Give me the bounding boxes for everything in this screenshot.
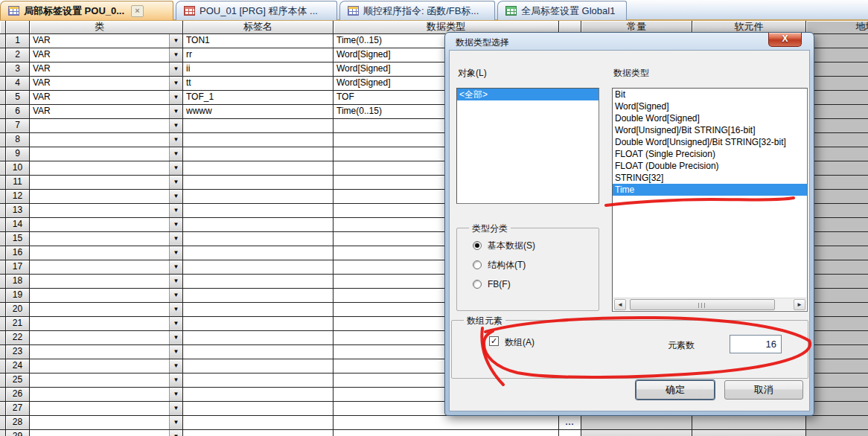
class-dropdown-icon[interactable]: ▼ — [169, 317, 182, 330]
class-dropdown-icon[interactable]: ▼ — [169, 331, 182, 344]
element-count-input[interactable] — [730, 335, 782, 353]
tab-close-icon[interactable]: × — [131, 5, 144, 17]
object-list-item[interactable]: <全部> — [457, 89, 599, 100]
label-name-cell[interactable] — [183, 218, 334, 232]
class-cell[interactable]: VAR▼ — [30, 48, 183, 62]
class-dropdown-icon[interactable]: ▼ — [169, 176, 182, 189]
object-listbox[interactable]: <全部> — [456, 88, 599, 204]
radio-icon[interactable] — [473, 280, 482, 289]
row-number[interactable]: 13 — [6, 204, 30, 218]
label-name-cell[interactable]: TOF_1 — [183, 91, 334, 105]
class-cell[interactable]: ▼ — [30, 260, 183, 275]
data-type-item[interactable]: FLOAT (Double Precision) — [613, 160, 807, 172]
row-number[interactable]: 3 — [6, 62, 30, 77]
class-cell[interactable]: ▼ — [30, 430, 183, 436]
row-number[interactable]: 4 — [6, 77, 30, 91]
array-checkbox[interactable]: ✓ — [489, 336, 499, 346]
class-dropdown-icon[interactable]: ▼ — [169, 416, 182, 429]
data-type-item[interactable]: Bit — [613, 89, 807, 100]
class-cell[interactable]: ▼ — [30, 374, 183, 388]
data-type-item[interactable]: Word[Signed] — [613, 100, 807, 112]
label-name-cell[interactable] — [183, 345, 334, 359]
label-name-cell[interactable] — [183, 147, 334, 161]
label-name-cell[interactable] — [183, 289, 334, 303]
row-number[interactable]: 11 — [6, 176, 30, 190]
class-dropdown-icon[interactable]: ▼ — [169, 303, 182, 316]
row-number[interactable]: 26 — [6, 388, 30, 402]
class-cell[interactable]: ▼ — [30, 359, 183, 374]
label-name-cell[interactable] — [183, 119, 334, 133]
data-type-listbox[interactable]: BitWord[Signed]Double Word[Signed]Word[U… — [612, 88, 808, 312]
class-dropdown-icon[interactable]: ▼ — [169, 204, 182, 217]
label-name-cell[interactable] — [183, 416, 334, 430]
class-cell[interactable]: VAR▼ — [30, 77, 183, 91]
label-name-cell[interactable] — [183, 430, 334, 436]
radio-fb[interactable]: FB(F) — [473, 279, 511, 289]
radio-icon[interactable] — [473, 260, 482, 269]
row-number[interactable]: 19 — [6, 289, 30, 303]
horizontal-scrollbar[interactable]: ◄ ► — [613, 298, 806, 310]
row-number[interactable]: 29 — [6, 430, 30, 436]
data-type-item[interactable]: Double Word[Signed] — [613, 112, 807, 124]
class-dropdown-icon[interactable]: ▼ — [169, 232, 182, 246]
data-type-cell[interactable] — [334, 416, 559, 430]
data-type-item[interactable]: Double Word[Unsigned]/Bit STRING[32-bit] — [613, 136, 807, 148]
row-number[interactable]: 20 — [6, 303, 30, 317]
row-number[interactable]: 9 — [6, 147, 30, 161]
row-number[interactable]: 25 — [6, 374, 30, 388]
class-dropdown-icon[interactable]: ▼ — [169, 105, 182, 118]
label-name-cell[interactable] — [183, 402, 334, 416]
tab-local-label-settings[interactable]: 局部标签设置 POU_0... × — [0, 1, 173, 20]
detail-button-cell[interactable]: ... — [559, 416, 581, 430]
class-cell[interactable]: ▼ — [30, 275, 183, 289]
class-dropdown-icon[interactable]: ▼ — [169, 161, 182, 175]
tab-global-label-settings[interactable]: 全局标签设置 Global1 — [497, 1, 627, 20]
class-cell[interactable]: ▼ — [30, 161, 183, 176]
scrollbar-thumb[interactable] — [630, 299, 775, 310]
label-name-cell[interactable] — [183, 161, 334, 176]
data-type-item[interactable]: STRING[32] — [613, 172, 807, 184]
row-number[interactable]: 14 — [6, 218, 30, 232]
label-name-cell[interactable]: TON1 — [183, 34, 334, 48]
row-number[interactable]: 6 — [6, 105, 30, 119]
class-cell[interactable]: ▼ — [30, 402, 183, 416]
class-dropdown-icon[interactable]: ▼ — [169, 359, 182, 373]
radio-selected-icon[interactable] — [473, 241, 482, 250]
data-type-item[interactable]: Word[Unsigned]/Bit STRING[16-bit] — [613, 124, 807, 136]
class-dropdown-icon[interactable]: ▼ — [169, 430, 182, 436]
label-name-cell[interactable] — [183, 204, 334, 218]
device-cell[interactable] — [692, 416, 806, 430]
label-name-cell[interactable] — [183, 176, 334, 190]
row-number[interactable]: 15 — [6, 232, 30, 246]
row-number[interactable]: 24 — [6, 359, 30, 374]
class-dropdown-icon[interactable]: ▼ — [169, 147, 182, 161]
label-name-cell[interactable]: ii — [183, 62, 334, 77]
label-name-cell[interactable]: wwww — [183, 105, 334, 119]
label-name-cell[interactable] — [183, 260, 334, 275]
class-dropdown-icon[interactable]: ▼ — [169, 374, 182, 387]
class-dropdown-icon[interactable]: ▼ — [169, 119, 182, 132]
class-cell[interactable]: VAR▼ — [30, 62, 183, 77]
label-name-cell[interactable] — [183, 331, 334, 345]
label-name-cell[interactable] — [183, 275, 334, 289]
class-cell[interactable]: ▼ — [30, 388, 183, 402]
tab-pou01-program-body[interactable]: POU_01 [PRG] 程序本体 ... — [176, 1, 337, 20]
label-name-cell[interactable] — [183, 374, 334, 388]
data-type-item[interactable]: Time — [613, 184, 807, 196]
row-number[interactable]: 23 — [6, 345, 30, 359]
row-number[interactable]: 5 — [6, 91, 30, 105]
class-cell[interactable]: ▼ — [30, 204, 183, 218]
class-dropdown-icon[interactable]: ▼ — [169, 34, 182, 48]
label-name-cell[interactable] — [183, 232, 334, 246]
label-name-cell[interactable] — [183, 303, 334, 317]
class-dropdown-icon[interactable]: ▼ — [169, 218, 182, 231]
class-cell[interactable]: ▼ — [30, 331, 183, 345]
class-cell[interactable]: ▼ — [30, 416, 183, 430]
label-name-cell[interactable] — [183, 317, 334, 331]
class-dropdown-icon[interactable]: ▼ — [169, 289, 182, 302]
scroll-left-icon[interactable]: ◄ — [614, 299, 626, 310]
row-number[interactable]: 12 — [6, 190, 30, 204]
tab-sequence-instructions[interactable]: 顺控程序指令: 函数/FB标... — [339, 1, 495, 20]
class-cell[interactable]: ▼ — [30, 119, 183, 133]
label-name-cell[interactable] — [183, 359, 334, 374]
